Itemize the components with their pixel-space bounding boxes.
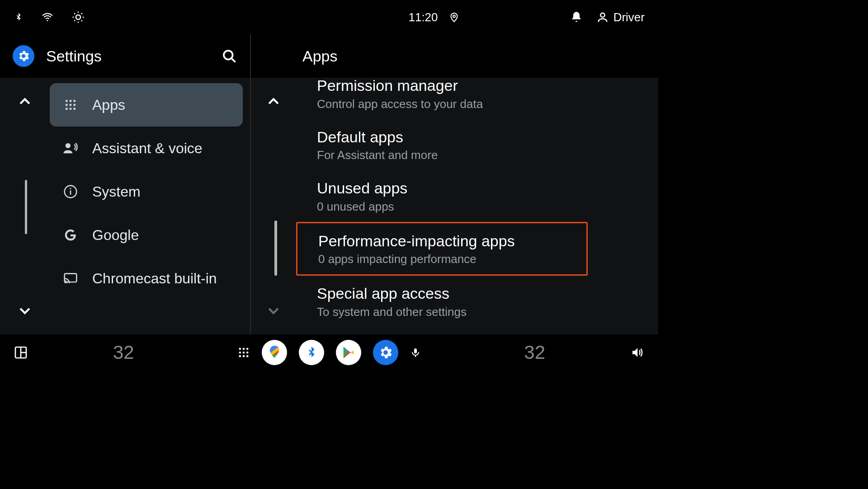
detail-item-sub: To system and other settings [317,305,637,319]
brightness-icon [71,10,85,24]
svg-point-9 [70,104,72,106]
detail-list: Permission manager Control app access to… [296,78,658,334]
svg-point-10 [73,104,75,106]
temp-right[interactable]: 32 [524,342,545,363]
svg-point-7 [73,100,75,102]
main: Settings Apps [0,34,658,334]
clock: 11:20 [408,10,438,24]
nav-label: Chromecast built-in [92,270,217,287]
status-left [14,10,85,24]
scroll-up-icon[interactable] [17,94,33,109]
right-scroll-controls [251,78,296,334]
svg-point-14 [66,143,71,148]
scroll-up-icon[interactable] [266,94,281,109]
search-button[interactable] [221,48,237,64]
detail-item-title: Unused apps [317,179,637,198]
svg-point-0 [47,20,48,21]
mic-icon[interactable] [410,346,421,359]
detail-item-title: Permission manager [317,78,637,95]
detail-item-permission-manager[interactable]: Permission manager Control app access to… [296,78,651,119]
svg-point-28 [246,352,249,354]
nav-label: System [92,183,141,200]
status-right: Driver [570,10,645,24]
dashboard-icon[interactable] [14,345,28,360]
svg-point-3 [600,13,604,17]
detail-item-title: Default apps [317,127,637,147]
svg-point-11 [66,108,68,110]
detail-item-default-apps[interactable]: Default apps For Assistant and more [296,119,651,171]
nav-label: Google [92,227,139,244]
svg-point-17 [70,188,71,189]
temp-left[interactable]: 32 [113,342,134,363]
user-name: Driver [613,10,645,24]
svg-point-30 [243,355,245,357]
detail-title: Apps [302,47,338,65]
bluetooth-icon [14,10,24,24]
nav-item-system[interactable]: System [50,170,243,213]
svg-point-19 [64,282,66,283]
left-scroll-thumb[interactable] [25,180,27,234]
nav-label: Apps [92,97,125,113]
svg-point-5 [66,100,68,102]
volume-icon[interactable] [629,346,645,359]
settings-title: Settings [46,47,102,65]
nav-center [237,340,421,365]
detail-item-sub: 0 unused apps [317,200,637,214]
detail-item-title: Performance-impacting apps [318,231,573,251]
info-icon [61,184,80,199]
svg-point-29 [239,355,241,357]
settings-pane: Settings Apps [0,34,251,334]
svg-point-26 [239,352,241,354]
svg-point-12 [70,108,72,110]
status-center: 11:20 [408,10,459,24]
svg-point-8 [66,104,68,106]
detail-item-sub: Control app access to your data [317,97,637,111]
right-scroll-thumb[interactable] [274,221,277,276]
detail-header: Apps [251,34,658,78]
nav-item-apps[interactable]: Apps [50,83,243,127]
detail-item-special-access[interactable]: Special app access To system and other s… [296,276,651,327]
nav-right [629,346,645,359]
detail-list-area: Permission manager Control app access to… [251,78,658,334]
nav-item-assistant[interactable]: Assistant & voice [50,127,243,170]
detail-item-unused-apps[interactable]: Unused apps 0 unused apps [296,170,651,222]
scroll-down-icon[interactable] [17,303,33,318]
svg-point-23 [239,348,241,350]
maps-app-icon[interactable] [262,340,287,365]
svg-point-6 [70,100,72,102]
svg-point-27 [243,352,245,354]
google-icon [61,228,80,242]
nav-label: Assistant & voice [92,140,203,157]
user-chip[interactable]: Driver [596,10,645,24]
status-bar: 11:20 Driver [0,0,658,34]
svg-rect-18 [65,273,77,282]
scroll-down-icon[interactable] [266,303,281,318]
svg-point-25 [246,348,249,350]
svg-point-2 [453,15,455,18]
bluetooth-app-icon[interactable] [299,340,324,365]
play-store-icon[interactable] [336,340,361,365]
cast-icon [61,272,80,285]
detail-item-sub: For Assistant and more [317,148,637,162]
nav-item-chromecast[interactable]: Chromecast built-in [50,257,243,300]
settings-header: Settings [0,34,250,78]
detail-item-sub: 0 apps impacting performance [318,252,573,266]
assistant-voice-icon [61,141,80,155]
settings-app-icon [13,45,34,67]
settings-list-area: Apps Assistant & voice System [0,78,250,334]
svg-point-31 [246,355,249,357]
detail-item-performance-apps[interactable]: Performance-impacting apps 0 apps impact… [296,222,588,276]
svg-point-13 [73,108,75,110]
notifications-icon[interactable] [570,10,583,24]
nav-bar: 32 32 [0,334,658,371]
settings-app-shortcut-icon[interactable] [373,340,398,365]
app-launcher-icon[interactable] [237,346,250,359]
apps-grid-icon [61,98,80,112]
svg-point-24 [243,348,245,350]
location-icon [449,10,460,24]
detail-item-title: Special app access [317,284,637,303]
detail-pane: Apps Permission manager Control app acce… [251,34,658,334]
settings-nav-list: Apps Assistant & voice System [50,78,250,334]
nav-item-google[interactable]: Google [50,213,243,257]
svg-point-4 [224,51,233,60]
